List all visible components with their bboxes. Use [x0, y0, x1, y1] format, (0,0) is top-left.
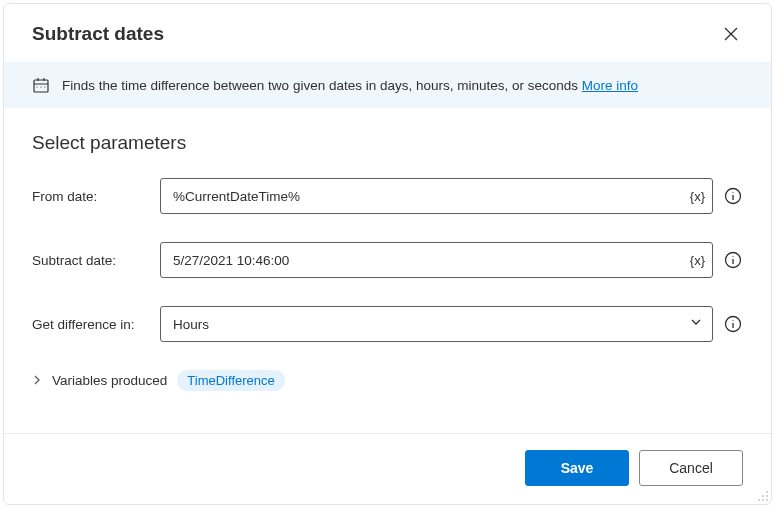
- close-icon: [724, 27, 738, 41]
- cancel-button[interactable]: Cancel: [639, 450, 743, 486]
- from-date-info-button[interactable]: [723, 186, 743, 206]
- from-date-row: From date: {x}: [32, 178, 743, 214]
- svg-point-11: [732, 192, 733, 193]
- save-button[interactable]: Save: [525, 450, 629, 486]
- variables-expand-toggle[interactable]: [32, 374, 42, 388]
- svg-point-17: [732, 320, 733, 321]
- subtract-dates-dialog: Subtract dates Finds the time difference…: [3, 3, 772, 505]
- get-difference-select[interactable]: [160, 306, 713, 342]
- calendar-icon: [32, 76, 50, 94]
- svg-point-21: [766, 499, 768, 501]
- dialog-footer: Save Cancel: [4, 434, 771, 504]
- variables-produced-row: Variables produced TimeDifference: [32, 370, 743, 391]
- dialog-title: Subtract dates: [32, 23, 164, 45]
- more-info-link[interactable]: More info: [582, 78, 638, 93]
- subtract-date-label: Subtract date:: [32, 253, 160, 268]
- variables-produced-label: Variables produced: [52, 373, 167, 388]
- close-button[interactable]: [719, 22, 743, 46]
- svg-rect-2: [34, 80, 48, 92]
- dialog-body: Select parameters From date: {x} Subtrac…: [4, 108, 771, 433]
- from-date-label: From date:: [32, 189, 160, 204]
- variable-picker-button[interactable]: {x}: [690, 253, 705, 268]
- dialog-header: Subtract dates: [4, 4, 771, 62]
- chevron-right-icon: [32, 375, 42, 385]
- info-bar: Finds the time difference between two gi…: [4, 62, 771, 108]
- get-difference-label: Get difference in:: [32, 317, 160, 332]
- variable-badge[interactable]: TimeDifference: [177, 370, 284, 391]
- subtract-date-info-button[interactable]: [723, 250, 743, 270]
- from-date-input[interactable]: [160, 178, 713, 214]
- subtract-date-row: Subtract date: {x}: [32, 242, 743, 278]
- svg-point-20: [762, 495, 764, 497]
- info-icon: [724, 251, 742, 269]
- svg-point-23: [758, 499, 760, 501]
- get-difference-info-button[interactable]: [723, 314, 743, 334]
- get-difference-row: Get difference in:: [32, 306, 743, 342]
- svg-point-18: [766, 491, 768, 493]
- svg-point-22: [762, 499, 764, 501]
- section-title: Select parameters: [32, 132, 743, 154]
- subtract-date-input[interactable]: [160, 242, 713, 278]
- variable-picker-button[interactable]: {x}: [690, 189, 705, 204]
- svg-point-14: [732, 256, 733, 257]
- info-text: Finds the time difference between two gi…: [62, 78, 638, 93]
- resize-grip-icon[interactable]: [757, 490, 769, 502]
- info-icon: [724, 187, 742, 205]
- svg-point-19: [766, 495, 768, 497]
- info-icon: [724, 315, 742, 333]
